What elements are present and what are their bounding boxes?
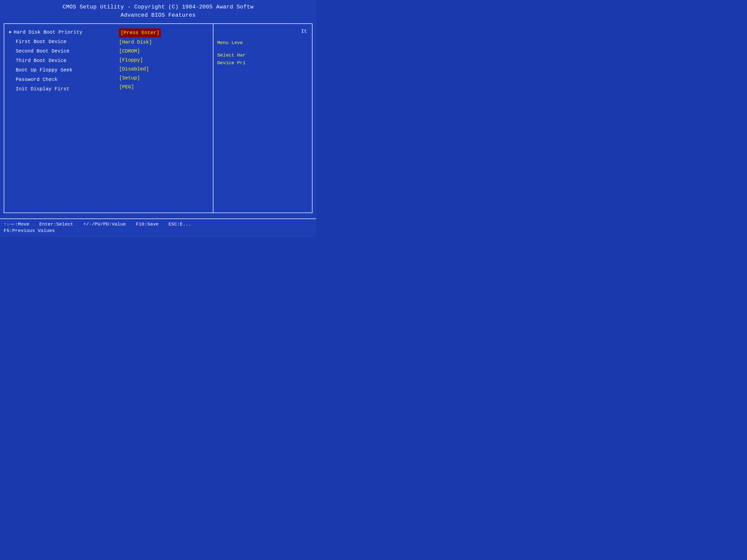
- footer-value: +/-/PU/PD:Value: [83, 221, 126, 227]
- menu-item-first-boot-device[interactable]: First Boot Device: [9, 38, 208, 46]
- option-setup[interactable]: [Setup]: [119, 74, 161, 82]
- left-panel: Hard Disk Boot Priority First Boot Devic…: [4, 24, 213, 213]
- menu-label: Boot Up Floppy Seek: [16, 66, 73, 74]
- footer-move: ↑↓→←:Move: [4, 221, 29, 227]
- menu-label: First Boot Device: [16, 38, 67, 46]
- menu-label: Init Display First: [16, 85, 70, 93]
- right-panel-content: Menu Leve Select Har Device Pri: [217, 39, 308, 67]
- menu-item-third-boot-device[interactable]: Third Boot Device: [9, 57, 208, 65]
- right-panel-device-pri: Device Pri: [217, 59, 308, 67]
- main-area: Hard Disk Boot Priority First Boot Devic…: [4, 23, 312, 213]
- right-panel-menu-level: Menu Leve: [217, 39, 308, 47]
- menu-item-password-check[interactable]: Password Check: [9, 76, 208, 84]
- header: CMOS Setup Utility - Copyright (C) 1984-…: [0, 0, 316, 21]
- footer-line1: ↑↓→←:Move Enter:Select +/-/PU/PD:Value F…: [4, 221, 312, 227]
- menu-label: Password Check: [16, 76, 57, 84]
- right-panel: It Menu Leve Select Har Device Pri: [213, 24, 312, 213]
- footer-enter: Enter:Select: [39, 221, 74, 227]
- footer-line2: F5:Previous Values: [4, 228, 312, 234]
- header-title-line2: Advanced BIOS Features: [0, 11, 316, 20]
- footer-esc: ESC:E...: [169, 221, 191, 227]
- right-panel-select-hard: Select Har: [217, 52, 308, 59]
- option-press-enter[interactable]: [Press Enter]: [119, 28, 161, 37]
- menu-item-second-boot-device[interactable]: Second Boot Device: [9, 47, 208, 55]
- menu-label: Third Boot Device: [16, 57, 67, 65]
- option-peg[interactable]: [PEG]: [119, 83, 161, 91]
- footer-f5: F5:Previous Values: [4, 228, 55, 234]
- menu-item-hard-disk-boot-priority[interactable]: Hard Disk Boot Priority: [9, 28, 208, 36]
- right-panel-title: It: [217, 28, 308, 34]
- bios-screen: CMOS Setup Utility - Copyright (C) 1984-…: [0, 0, 316, 237]
- menu-item-init-display-first[interactable]: Init Display First: [9, 85, 208, 93]
- option-hard-disk[interactable]: [Hard Disk]: [119, 38, 161, 46]
- footer-save: F10:Save: [136, 221, 158, 227]
- menu-label: Second Boot Device: [16, 47, 70, 55]
- menu-item-boot-up-floppy-seek[interactable]: Boot Up Floppy Seek: [9, 66, 208, 74]
- option-cdrom[interactable]: [CDROM]: [119, 47, 161, 55]
- footer: ↑↓→←:Move Enter:Select +/-/PU/PD:Value F…: [0, 218, 316, 237]
- options-area: [Press Enter] [Hard Disk] [CDROM] [Flopp…: [119, 28, 161, 91]
- option-floppy[interactable]: [Floppy]: [119, 56, 161, 64]
- header-title-line1: CMOS Setup Utility - Copyright (C) 1984-…: [0, 3, 316, 11]
- menu-label: Hard Disk Boot Priority: [14, 28, 82, 36]
- option-disabled[interactable]: [Disabled]: [119, 65, 161, 73]
